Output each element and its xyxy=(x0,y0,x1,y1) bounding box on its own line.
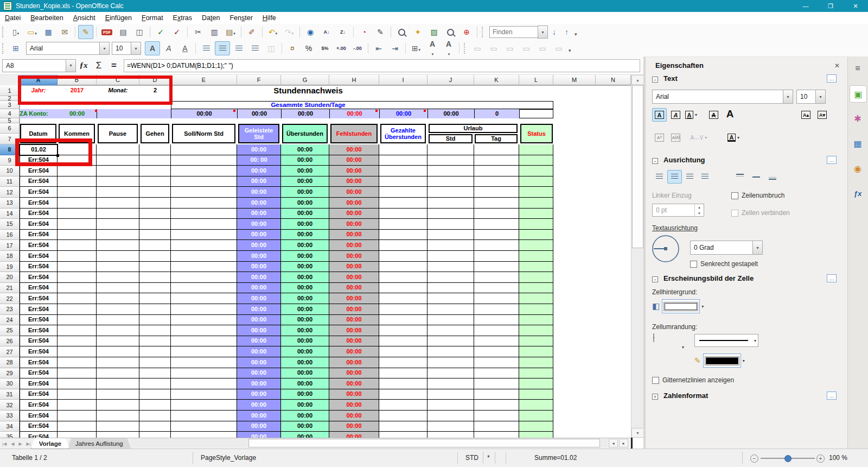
cell-I9[interactable] xyxy=(379,155,427,166)
cell-H14[interactable]: 00:00 xyxy=(329,209,379,219)
cell-C17[interactable] xyxy=(97,240,139,251)
cell-J9[interactable] xyxy=(427,155,474,166)
row-header-11[interactable]: 11 xyxy=(0,176,20,187)
cell-F26[interactable]: 00:00 xyxy=(237,336,281,347)
cell-L20[interactable] xyxy=(519,272,553,283)
cell-K9[interactable] xyxy=(474,155,519,166)
cell-F17[interactable]: 00:00 xyxy=(237,240,281,251)
panel-strikethrough-icon[interactable]: A xyxy=(706,108,721,122)
column-header-H[interactable]: H xyxy=(329,75,379,85)
panel-italic-icon[interactable]: A xyxy=(668,108,683,122)
cell-H29[interactable]: 00:00 xyxy=(329,368,379,379)
cell-H22[interactable]: 00:00 xyxy=(329,293,379,304)
cell-G35[interactable]: 00:00 xyxy=(281,432,329,438)
toolbar-overflow-icon[interactable]: ▾ xyxy=(569,48,571,53)
cell-J18[interactable] xyxy=(427,251,474,262)
zoom-in-icon[interactable]: + xyxy=(816,455,825,463)
cell-I35[interactable] xyxy=(379,432,427,438)
alignment-more-options-button[interactable] xyxy=(827,156,837,164)
align-bottom-icon[interactable] xyxy=(765,170,780,184)
toolbar-grip[interactable] xyxy=(2,43,5,54)
cell-A34[interactable]: Err:504 xyxy=(20,421,58,432)
vertical-scrollbar-thumb[interactable] xyxy=(632,85,643,248)
cell-L19[interactable] xyxy=(519,262,553,273)
cell-H19[interactable]: 00:00 xyxy=(329,262,379,273)
cell-H35[interactable]: 00:00 xyxy=(329,432,379,438)
cell-F35[interactable]: 00:00 xyxy=(237,432,281,438)
cell-H34[interactable]: 00:00 xyxy=(329,421,379,432)
cell-K31[interactable] xyxy=(474,389,519,400)
help-icon[interactable]: ⊕ xyxy=(459,25,474,39)
cell-J12[interactable] xyxy=(427,187,474,198)
fill-handle[interactable] xyxy=(56,154,59,157)
toolbar-grip[interactable] xyxy=(464,43,467,54)
cell-D34[interactable] xyxy=(139,421,171,432)
cell-L18[interactable] xyxy=(519,251,553,262)
menu-datei[interactable]: Datei xyxy=(0,12,25,24)
cell-D32[interactable] xyxy=(139,400,171,411)
cell-D18[interactable] xyxy=(139,251,171,262)
cell-C12[interactable] xyxy=(97,187,139,198)
cell-A21[interactable]: Err:504 xyxy=(20,283,58,294)
cell-I14[interactable] xyxy=(379,209,427,219)
cell-G19[interactable]: 00:00 xyxy=(281,262,329,273)
indent-spinner[interactable]: 0 pt ▲▼ xyxy=(652,204,704,217)
cell-D11[interactable] xyxy=(139,176,171,187)
stacked-option[interactable]: Senkrecht gestapelt xyxy=(690,260,758,268)
cell-L10[interactable] xyxy=(519,166,553,176)
cell-L27[interactable] xyxy=(519,346,553,357)
cell-J33[interactable] xyxy=(427,411,474,421)
cell-A12[interactable]: Err:504 xyxy=(20,187,58,198)
cell-D33[interactable] xyxy=(139,411,171,421)
cell-F29[interactable]: 00:00 xyxy=(237,368,281,379)
cell-B8[interactable] xyxy=(58,144,97,155)
menu-daten[interactable]: Daten xyxy=(197,12,225,24)
align-right-icon[interactable] xyxy=(231,41,246,55)
cell-K12[interactable] xyxy=(474,187,519,198)
cell-F22[interactable]: 00:00 xyxy=(237,293,281,304)
cell-F24[interactable]: 00:00 xyxy=(237,315,281,326)
collapse-text-section-icon[interactable] xyxy=(652,77,658,83)
text-more-options-button[interactable] xyxy=(827,74,837,83)
cell-J15[interactable] xyxy=(427,219,474,230)
find-toolbar-grip[interactable] xyxy=(482,27,484,37)
row-header-10[interactable]: 10 xyxy=(0,166,20,176)
cell-E18[interactable] xyxy=(171,251,237,262)
cell-F27[interactable]: 00:00 xyxy=(237,346,281,357)
cell-E13[interactable] xyxy=(171,198,237,209)
menu-extras[interactable]: Extras xyxy=(168,12,197,24)
cell-L12[interactable] xyxy=(519,187,553,198)
column-header-N[interactable]: N xyxy=(596,75,631,85)
scroll-up-icon[interactable]: ▲ xyxy=(631,75,644,85)
column-header-L[interactable]: L xyxy=(519,75,553,85)
cell-E12[interactable] xyxy=(171,187,237,198)
paste-icon[interactable]: ▤ xyxy=(223,25,238,39)
cell-J31[interactable] xyxy=(427,389,474,400)
cell-B26[interactable] xyxy=(58,336,97,347)
cell-J24[interactable] xyxy=(427,315,474,326)
cell-K26[interactable] xyxy=(474,336,519,347)
undo-icon[interactable]: ↶ xyxy=(265,25,280,39)
cell-I18[interactable] xyxy=(379,251,427,262)
cell-D27[interactable] xyxy=(139,346,171,357)
borders-icon[interactable]: ⊞ xyxy=(409,41,424,55)
print-icon[interactable]: ▤ xyxy=(116,25,131,39)
cell-A29[interactable]: Err:504 xyxy=(20,368,58,379)
row-header-30[interactable]: 30 xyxy=(0,378,20,389)
cell-E16[interactable] xyxy=(171,230,237,241)
menu-bearbeiten[interactable]: Bearbeiten xyxy=(25,12,68,24)
sheet-tab-vorlage[interactable]: Vorlage xyxy=(31,438,69,449)
cell-D29[interactable] xyxy=(139,368,171,379)
panel-justify-icon[interactable] xyxy=(698,170,712,184)
cell-E28[interactable] xyxy=(171,357,237,368)
cell-A24[interactable]: Err:504 xyxy=(20,315,58,326)
gallery-icon[interactable]: ▨ xyxy=(426,25,442,39)
cell-B19[interactable] xyxy=(58,262,97,273)
cell-B34[interactable] xyxy=(58,421,97,432)
row-header-32[interactable]: 32 xyxy=(0,400,20,411)
cell-A30[interactable]: Err:504 xyxy=(20,378,58,389)
cell-L9[interactable] xyxy=(519,155,553,166)
cell-F31[interactable]: 00:00 xyxy=(237,389,281,400)
previous-sheet-icon[interactable]: ◀ xyxy=(9,441,16,446)
number-format-more-options-button[interactable] xyxy=(827,392,837,400)
